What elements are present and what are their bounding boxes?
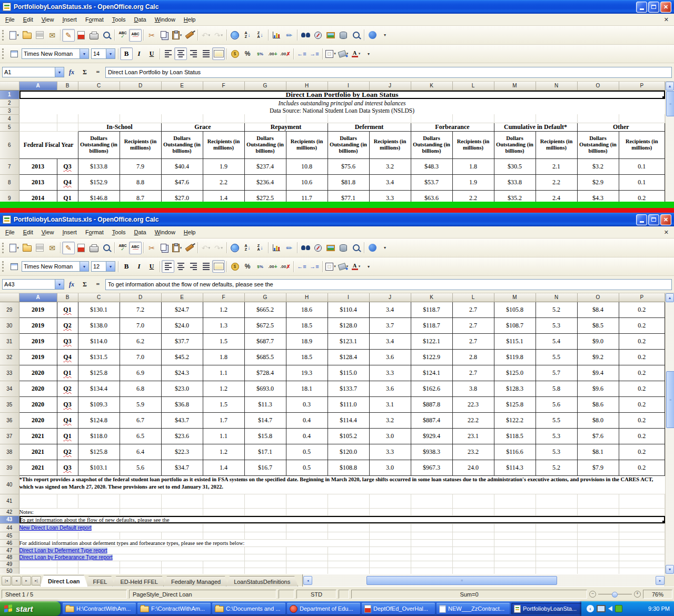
align-right-button[interactable] <box>187 260 200 273</box>
dollars-header[interactable]: Dollars Outstanding (in billions) <box>78 131 120 158</box>
cell-year[interactable]: 2021 <box>19 444 57 460</box>
delete-decimal-icon[interactable]: .00✗ <box>279 260 292 273</box>
row-header-33[interactable]: 33 <box>0 365 19 381</box>
cell-value[interactable]: $120.0 <box>328 444 369 460</box>
grid-cell[interactable] <box>577 547 619 554</box>
underline-button[interactable]: U <box>145 47 158 60</box>
row-header-48[interactable]: 48 <box>0 554 19 561</box>
cell-value[interactable]: $77.1 <box>328 190 369 202</box>
grid-cell[interactable] <box>577 523 619 532</box>
menu-help[interactable]: Help <box>180 15 200 24</box>
cell-year[interactable]: 2020 <box>19 396 57 412</box>
group-header[interactable]: Repayment <box>244 123 328 131</box>
grid-cell[interactable] <box>203 508 244 515</box>
group-header[interactable]: Forbearance <box>411 123 494 131</box>
cell-value[interactable]: 5.2 <box>536 302 577 317</box>
cell-quarter[interactable]: Q1 <box>57 190 78 202</box>
grid-cell[interactable] <box>19 561 57 568</box>
sheet-tab-loanstatusdefinitions[interactable]: LoanStatusDefinitions <box>226 576 298 587</box>
cell-quarter[interactable]: Q4 <box>57 349 78 365</box>
cell-value[interactable]: $938.3 <box>411 444 452 460</box>
dropdown-arrow-icon[interactable]: ▾ <box>209 246 211 250</box>
cell-value[interactable]: $115.1 <box>494 333 536 349</box>
cell-value[interactable]: $114.4 <box>328 412 369 428</box>
cell-value[interactable]: 0.5 <box>286 460 328 475</box>
grid-cell[interactable] <box>452 114 494 123</box>
bold-button[interactable]: B <box>120 260 133 273</box>
paste-icon[interactable]: ▾ <box>171 29 183 42</box>
cell-value[interactable]: 6.2 <box>120 333 161 349</box>
cell-value[interactable]: $118.0 <box>78 428 120 444</box>
grid-cell[interactable] <box>57 123 78 131</box>
menu-help[interactable]: Help <box>180 227 200 237</box>
cell-row-1[interactable]: Direct Loan Portfolio by Loan Status <box>19 90 665 99</box>
cell-value[interactable]: 3.3 <box>369 190 411 202</box>
cell-value[interactable]: 23.1 <box>452 428 494 444</box>
menu-insert[interactable]: Insert <box>58 15 81 24</box>
copy-icon[interactable] <box>158 29 171 42</box>
grid-cell[interactable] <box>78 568 120 574</box>
cell-value[interactable]: 0.2 <box>619 381 665 396</box>
cell-year[interactable]: 2019 <box>19 349 57 365</box>
styles-icon[interactable] <box>8 47 21 60</box>
grid-cell[interactable] <box>203 568 244 574</box>
spellcheck-icon[interactable]: ABC✓ <box>116 242 129 254</box>
cell-value[interactable]: $118.7 <box>411 317 452 333</box>
cell-value[interactable]: $34.7 <box>161 460 203 475</box>
navigator-icon[interactable] <box>312 242 324 254</box>
cell-value[interactable]: $3.2 <box>577 158 619 174</box>
grid-cell[interactable] <box>452 547 494 554</box>
grid-cell[interactable] <box>328 508 369 515</box>
cell-value[interactable]: $128.4 <box>328 349 369 365</box>
cell-value[interactable]: 0.2 <box>619 317 665 333</box>
cell-value[interactable]: $236.4 <box>244 174 286 190</box>
dollars-header[interactable]: Dollars Outstanding (in billions) <box>494 131 536 158</box>
open-icon[interactable] <box>21 242 33 254</box>
grid-cell[interactable] <box>452 539 494 547</box>
dropdown-arrow-icon[interactable]: ▾ <box>209 33 211 37</box>
group-header[interactable]: Other <box>577 123 665 131</box>
restore-button[interactable] <box>648 214 659 225</box>
cell-value[interactable]: $110.4 <box>328 302 369 317</box>
grid-cell[interactable] <box>411 561 452 568</box>
grid-cell[interactable] <box>244 532 286 539</box>
cell-value[interactable]: 0.1 <box>619 158 665 174</box>
dollars-header[interactable]: Dollars Outstanding (in billions) <box>244 131 286 158</box>
cell-value[interactable]: $111.0 <box>328 396 369 412</box>
cell-value[interactable]: 24.0 <box>452 460 494 475</box>
grid-cell[interactable] <box>203 547 244 554</box>
row-header-44[interactable]: 44 <box>0 523 19 532</box>
edit-file-icon[interactable]: ✎ <box>62 242 75 254</box>
cell-value[interactable]: $133.7 <box>328 381 369 396</box>
cell-value[interactable]: $131.5 <box>78 349 120 365</box>
number-format-percent-icon[interactable]: % <box>241 260 254 273</box>
cell-value[interactable]: $43.7 <box>161 412 203 428</box>
grid-cell[interactable] <box>536 523 577 532</box>
grid-cell[interactable] <box>536 554 577 561</box>
cell-value[interactable]: 1.7 <box>203 412 244 428</box>
grid-cell[interactable] <box>577 539 619 547</box>
dropdown-arrow-icon[interactable]: ▾ <box>359 52 361 56</box>
cell-value[interactable]: $687.7 <box>244 333 286 349</box>
grid-cell[interactable] <box>19 114 57 123</box>
grid-cell[interactable] <box>57 114 78 123</box>
cell-value[interactable]: 1.8 <box>452 158 494 174</box>
column-header-I[interactable]: I <box>328 82 369 90</box>
recipients-header[interactable]: Recipients (in millions) <box>203 131 244 158</box>
grid-cell[interactable] <box>452 532 494 539</box>
grid-cell[interactable] <box>619 494 665 508</box>
dropdown-arrow-icon[interactable]: ▾ <box>106 262 115 271</box>
column-header-F[interactable]: F <box>203 293 244 302</box>
grid-cell[interactable] <box>120 532 161 539</box>
cell-value[interactable]: $130.1 <box>78 302 120 317</box>
background-color-icon[interactable]: ▾ <box>337 47 350 60</box>
cell-value[interactable]: $48.3 <box>411 158 452 174</box>
cell-value[interactable]: 0.2 <box>619 412 665 428</box>
cell-value[interactable]: $23.0 <box>161 381 203 396</box>
grid-cell[interactable] <box>244 568 286 574</box>
status-tray-icon[interactable] <box>615 605 622 612</box>
hyperlink-forbearance-report[interactable]: Direct Loan by Forbearance Type report <box>19 554 113 560</box>
cell-year[interactable]: 2019 <box>19 317 57 333</box>
cell-quarter[interactable]: Q4 <box>57 174 78 190</box>
help-icon[interactable] <box>366 242 379 254</box>
